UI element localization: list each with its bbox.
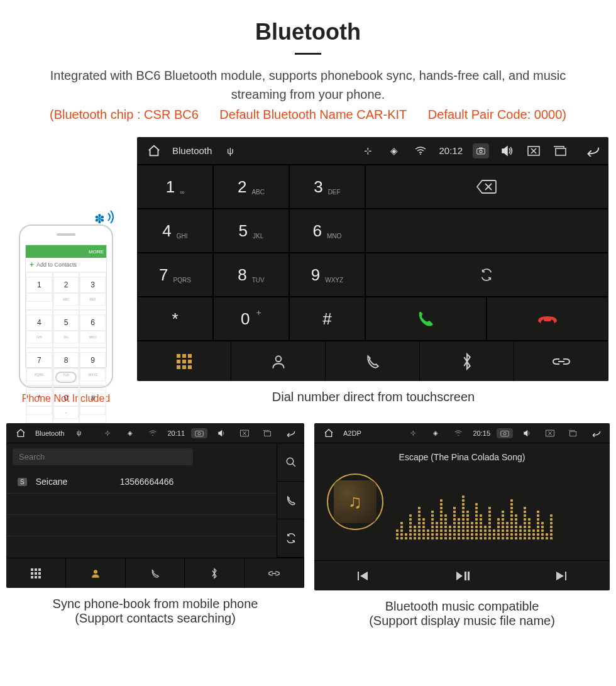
tab-pair[interactable] <box>514 341 608 381</box>
side-sync-icon[interactable] <box>277 519 304 558</box>
svg-point-14 <box>94 570 97 573</box>
statusbar-music: A2DP ⊹ ◈ 20:15 <box>314 423 610 443</box>
back-icon[interactable] <box>587 429 603 437</box>
close-icon[interactable] <box>236 429 253 437</box>
keypad-key[interactable]: * <box>137 297 213 341</box>
keypad-key[interactable]: 7PQRS <box>137 253 213 297</box>
phone-key[interactable]: 3DEF <box>79 272 106 310</box>
keypad-key[interactable]: # <box>289 297 365 341</box>
phone-key[interactable]: 4GHI <box>26 310 53 348</box>
keypad-key[interactable]: 2ABC <box>213 165 289 209</box>
home-icon[interactable] <box>321 428 337 438</box>
tab-bluetooth[interactable] <box>185 558 245 588</box>
tab-recents[interactable] <box>126 558 185 588</box>
equalizer <box>396 489 597 539</box>
tab-contacts[interactable] <box>66 558 126 588</box>
keypad-key[interactable]: 4GHI <box>137 209 213 253</box>
page-description: Integrated with BC6 Bluetooth module, su… <box>6 66 610 104</box>
svg-point-7 <box>275 356 281 362</box>
svg-point-17 <box>503 432 506 434</box>
search-input[interactable] <box>13 448 193 465</box>
page-title: Bluetooth <box>6 19 610 45</box>
tab-bluetooth[interactable] <box>420 341 514 381</box>
keypad-key[interactable]: 9WXYZ <box>289 253 365 297</box>
contact-name: Seicane <box>36 477 111 487</box>
spec-chip: (Bluetooth chip : CSR BC6 <box>50 108 199 121</box>
prev-track-button[interactable] <box>314 561 413 590</box>
call-button[interactable] <box>365 297 487 341</box>
phone-key[interactable]: # <box>79 385 106 423</box>
spec-name: Default Bluetooth Name CAR-KIT <box>219 108 407 121</box>
bluetooth-icon: ⊹ <box>99 429 116 436</box>
usb-icon: ψ <box>70 429 87 436</box>
wifi-icon <box>412 147 429 155</box>
bluetooth-icon: ⊹ <box>405 429 421 436</box>
screenshot-icon[interactable] <box>497 428 513 438</box>
clock: 20:12 <box>439 145 463 156</box>
phone-add-label: Add to Contacts <box>36 262 77 268</box>
next-track-button[interactable] <box>511 561 610 590</box>
svg-rect-3 <box>477 148 485 153</box>
close-icon[interactable] <box>525 146 542 156</box>
home-icon[interactable] <box>13 428 29 438</box>
play-pause-button[interactable] <box>413 561 512 590</box>
svg-rect-19 <box>570 431 576 436</box>
tab-pair[interactable] <box>245 558 304 588</box>
recent-icon[interactable] <box>564 429 581 437</box>
svg-rect-12 <box>265 431 271 436</box>
redial-button[interactable] <box>365 253 608 297</box>
hangup-button[interactable] <box>487 297 608 341</box>
back-icon[interactable] <box>282 429 298 437</box>
phone-key[interactable]: 5JKL <box>53 310 80 348</box>
side-search-icon[interactable] <box>277 443 304 482</box>
tab-recents[interactable] <box>326 341 420 381</box>
tab-contacts[interactable] <box>231 341 326 381</box>
keypad-key[interactable]: 0+ <box>213 297 289 341</box>
phone-add-contacts[interactable]: + Add to Contacts <box>26 258 106 272</box>
home-icon[interactable] <box>146 144 162 158</box>
svg-rect-9 <box>195 431 204 436</box>
headunit-dialer: Bluetooth ψ ⊹ ◈ 20:12 1∞2ABC3DEF4GHI5JKL… <box>137 137 610 404</box>
bluetooth-signal-icon: ✽ <box>94 208 117 228</box>
phone-key[interactable]: 7PQRS <box>26 348 53 385</box>
side-call-icon[interactable] <box>277 482 304 520</box>
volume-icon[interactable] <box>499 145 515 157</box>
volume-icon[interactable] <box>214 429 230 437</box>
svg-rect-20 <box>358 572 359 580</box>
statusbar: Bluetooth ψ ⊹ ◈ 20:12 <box>137 137 608 165</box>
tab-keypad[interactable] <box>6 558 66 588</box>
close-icon[interactable] <box>542 429 558 437</box>
music-bluetooth-icon: ♫ <box>327 473 383 530</box>
contact-number: 13566664466 <box>120 477 174 487</box>
keypad-key[interactable]: 3DEF <box>289 165 365 209</box>
phone-key[interactable]: 1 <box>26 272 53 310</box>
backspace-button[interactable] <box>365 165 608 209</box>
svg-point-2 <box>420 153 421 155</box>
recent-icon[interactable] <box>259 429 275 437</box>
tab-keypad[interactable] <box>137 341 231 381</box>
screenshot-icon[interactable] <box>473 143 489 158</box>
keypad-key[interactable]: 1∞ <box>137 165 213 209</box>
phone-key[interactable]: 2ABC <box>53 272 80 310</box>
keypad-key[interactable]: 5JKL <box>213 209 289 253</box>
keypad-key[interactable]: 6MNO <box>289 209 365 253</box>
dialer-caption: Dial number direct from touchscreen <box>137 390 610 404</box>
svg-point-8 <box>153 434 153 435</box>
keypad-key[interactable]: 8TUV <box>213 253 289 297</box>
svg-point-13 <box>287 458 294 465</box>
screenshot-icon[interactable] <box>191 428 207 438</box>
phone-key[interactable]: * <box>26 385 53 423</box>
phone-key[interactable]: 9WXYZ <box>79 348 106 385</box>
back-icon[interactable] <box>583 145 600 157</box>
spec-row: (Bluetooth chip : CSR BC6 Default Blueto… <box>6 108 610 122</box>
phone-key[interactable]: 6MNO <box>79 310 106 348</box>
spec-code: Default Pair Code: 0000) <box>428 108 566 121</box>
contact-row-empty <box>6 494 277 515</box>
dial-spacer <box>365 209 608 253</box>
recent-icon[interactable] <box>552 146 568 156</box>
location-icon: ◈ <box>427 429 444 436</box>
contact-row-empty <box>6 536 277 558</box>
volume-icon[interactable] <box>519 429 536 437</box>
phone-key[interactable]: 0+ <box>53 385 80 423</box>
contact-row[interactable]: S Seicane 13566664466 <box>6 470 277 494</box>
